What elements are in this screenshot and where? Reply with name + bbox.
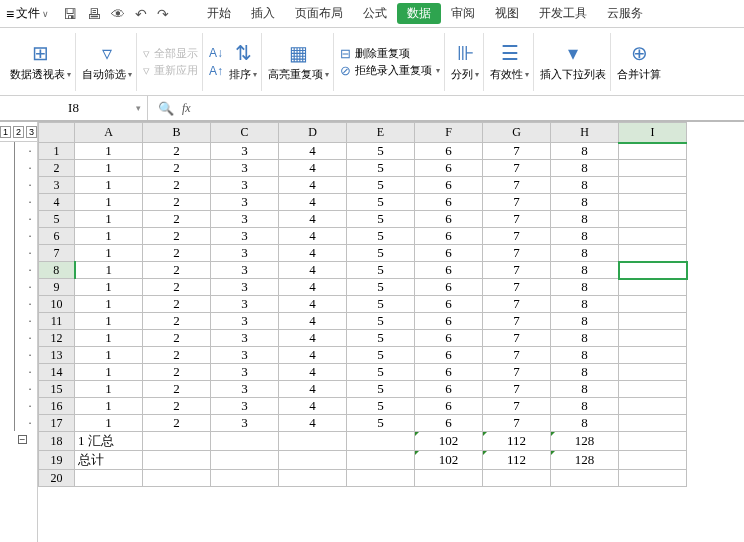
cell[interactable]: 总计 <box>75 451 143 470</box>
ribbon-tab[interactable]: 开发工具 <box>529 0 597 27</box>
cell[interactable] <box>347 451 415 470</box>
save-icon[interactable]: 🖫 <box>63 6 77 22</box>
highlight-dup-button[interactable]: ▦ 高亮重复项▾ <box>264 33 334 91</box>
row-header[interactable]: 20 <box>39 470 75 487</box>
cell[interactable]: 3 <box>211 228 279 245</box>
file-menu[interactable]: ≡ 文件 ∨ <box>6 5 49 22</box>
cell[interactable]: 6 <box>415 347 483 364</box>
outline-marker[interactable]: • <box>0 176 37 193</box>
outline-marker[interactable]: • <box>0 312 37 329</box>
outline-marker[interactable]: • <box>0 346 37 363</box>
cell[interactable] <box>415 470 483 487</box>
cell[interactable]: 2 <box>143 143 211 160</box>
cell[interactable]: 4 <box>279 313 347 330</box>
cell[interactable]: 7 <box>483 381 551 398</box>
cell[interactable]: 3 <box>211 279 279 296</box>
sort-asc-icon[interactable]: A↓ <box>209 46 223 60</box>
cell[interactable] <box>619 194 687 211</box>
column-header[interactable]: A <box>75 123 143 143</box>
cell[interactable]: 8 <box>551 160 619 177</box>
ribbon-tab[interactable]: 页面布局 <box>285 0 353 27</box>
outline-marker[interactable]: • <box>0 210 37 227</box>
cell[interactable]: 2 <box>143 313 211 330</box>
cell[interactable]: 1 <box>75 177 143 194</box>
cell[interactable]: 2 <box>143 160 211 177</box>
cell[interactable]: 7 <box>483 364 551 381</box>
cell[interactable]: 4 <box>279 364 347 381</box>
outline-level-button[interactable]: 1 <box>0 126 11 138</box>
outline-level-button[interactable]: 2 <box>13 126 24 138</box>
row-header[interactable]: 15 <box>39 381 75 398</box>
row-header[interactable]: 9 <box>39 279 75 296</box>
cell[interactable]: 3 <box>211 143 279 160</box>
cell[interactable]: 7 <box>483 262 551 279</box>
cell[interactable] <box>619 381 687 398</box>
cell[interactable]: 8 <box>551 313 619 330</box>
cell[interactable] <box>619 279 687 296</box>
row-header[interactable]: 18 <box>39 432 75 451</box>
column-header[interactable]: F <box>415 123 483 143</box>
row-header[interactable]: 17 <box>39 415 75 432</box>
cell[interactable] <box>619 330 687 347</box>
cell[interactable]: 1 <box>75 194 143 211</box>
cell[interactable]: 8 <box>551 211 619 228</box>
autofilter-button[interactable]: ▿ 自动筛选▾ <box>78 33 137 91</box>
cell[interactable]: 5 <box>347 245 415 262</box>
cell[interactable]: 1 <box>75 364 143 381</box>
cell[interactable]: 5 <box>347 296 415 313</box>
cell[interactable]: 7 <box>483 330 551 347</box>
cell[interactable]: 5 <box>347 177 415 194</box>
cell[interactable]: 8 <box>551 381 619 398</box>
cell[interactable]: 4 <box>279 245 347 262</box>
cell[interactable]: 3 <box>211 330 279 347</box>
cell[interactable]: 3 <box>211 160 279 177</box>
outline-marker[interactable]: • <box>0 142 37 159</box>
cell[interactable]: 2 <box>143 398 211 415</box>
cell[interactable]: 2 <box>143 364 211 381</box>
cell[interactable] <box>619 347 687 364</box>
column-header[interactable]: C <box>211 123 279 143</box>
cell[interactable]: 5 <box>347 381 415 398</box>
cell[interactable]: 1 <box>75 415 143 432</box>
cell[interactable]: 5 <box>347 211 415 228</box>
cell[interactable]: 4 <box>279 279 347 296</box>
cell[interactable]: 1 <box>75 279 143 296</box>
cell[interactable]: 3 <box>211 177 279 194</box>
cell[interactable]: 6 <box>415 330 483 347</box>
cell[interactable]: 8 <box>551 262 619 279</box>
column-header[interactable]: E <box>347 123 415 143</box>
cell[interactable] <box>619 228 687 245</box>
cell[interactable]: 1 <box>75 313 143 330</box>
column-header[interactable]: B <box>143 123 211 143</box>
cell[interactable] <box>143 432 211 451</box>
cell[interactable]: 7 <box>483 194 551 211</box>
cell[interactable]: 1 <box>75 160 143 177</box>
cell[interactable]: 4 <box>279 262 347 279</box>
cell[interactable]: 3 <box>211 347 279 364</box>
cell[interactable]: 4 <box>279 347 347 364</box>
cell[interactable]: 7 <box>483 228 551 245</box>
cell[interactable]: 2 <box>143 211 211 228</box>
cell[interactable]: 7 <box>483 398 551 415</box>
remove-dup-button[interactable]: ⊟删除重复项 <box>340 46 440 61</box>
cell[interactable]: 3 <box>211 262 279 279</box>
outline-marker[interactable]: • <box>0 363 37 380</box>
row-header[interactable]: 19 <box>39 451 75 470</box>
cell[interactable]: 1 汇总 <box>75 432 143 451</box>
cell[interactable]: 6 <box>415 177 483 194</box>
cell[interactable]: 5 <box>347 143 415 160</box>
outline-marker[interactable] <box>0 448 37 465</box>
cell[interactable]: 6 <box>415 313 483 330</box>
cell[interactable] <box>211 451 279 470</box>
chevron-down-icon[interactable]: ▾ <box>136 103 141 113</box>
cell[interactable]: 7 <box>483 143 551 160</box>
undo-icon[interactable]: ↶ <box>135 6 147 22</box>
cell[interactable]: 2 <box>143 262 211 279</box>
cell[interactable] <box>143 470 211 487</box>
grid[interactable]: ABCDEFGHI1123456782123456783123456784123… <box>38 122 744 542</box>
cell[interactable]: 6 <box>415 279 483 296</box>
cell[interactable]: 112 <box>483 451 551 470</box>
cell[interactable]: 1 <box>75 262 143 279</box>
cell[interactable]: 4 <box>279 296 347 313</box>
outline-marker[interactable]: • <box>0 244 37 261</box>
